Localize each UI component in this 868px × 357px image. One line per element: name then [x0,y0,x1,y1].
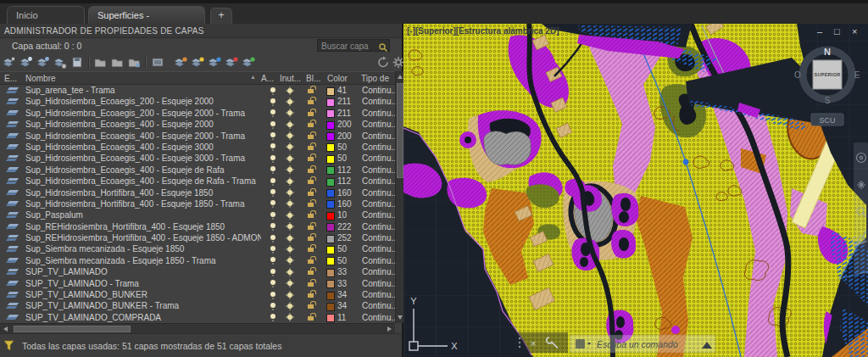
layer-linetype[interactable]: Continu... [362,153,395,164]
layer-lock-icon[interactable] [306,142,316,153]
layer-color-swatch[interactable] [326,198,334,209]
layer-lock-icon[interactable] [306,85,316,96]
layer-linetype[interactable]: Continu... [362,221,395,232]
layer-freeze-icon[interactable] [285,232,295,243]
compass-south[interactable]: S [825,96,831,105]
layer-row[interactable]: Sup_Siembra mecanizada - Esqueje 1850 - … [0,255,395,266]
layer-freeze-icon[interactable] [285,278,295,289]
drawing-viewport[interactable]: [-][Superior][Estructura alámbrica 2D] –… [403,24,868,357]
layer-color-swatch[interactable] [326,289,334,300]
layer-lock-icon[interactable] [306,108,316,119]
layer-lock-icon[interactable] [306,289,316,300]
layer-row[interactable]: Sup_Hidrosiembra_Ecoaegis_400 - Esqueje … [0,165,395,176]
layer-linetype[interactable]: Continu... [362,289,395,300]
layer-lock-icon[interactable] [306,198,316,209]
layer-freeze-icon[interactable] [285,266,295,277]
compass-north[interactable]: N [824,47,831,57]
compass-east[interactable]: E [854,70,860,80]
filter-icon[interactable] [3,339,17,352]
layer-linetype[interactable]: Continu... [362,255,395,266]
horizontal-scroll-thumb[interactable] [14,326,131,332]
layer-freeze-icon[interactable] [285,312,295,323]
layer-on-icon[interactable] [268,85,278,96]
layer-on-icon[interactable] [268,300,278,311]
layer-color-swatch[interactable] [326,255,334,266]
layer-on-icon[interactable] [268,96,278,107]
layer-lock-icon[interactable] [306,232,316,243]
layer-on-icon[interactable] [268,198,278,209]
restore-button[interactable]: □ [834,26,840,36]
new-group-filter-icon[interactable] [191,56,204,69]
layer-lock-icon[interactable] [306,187,316,198]
layer-on-icon[interactable] [268,243,278,254]
layer-linetype[interactable]: Continu... [362,96,395,107]
search-icon[interactable] [378,42,388,53]
vertical-scroll-thumb[interactable] [397,83,403,178]
layer-color-swatch[interactable] [326,187,334,198]
close-button[interactable]: × [852,26,857,36]
layer-states-icon[interactable] [127,56,141,69]
layer-status-icon[interactable] [7,221,19,232]
layer-color-swatch[interactable] [326,232,334,243]
layer-color-swatch[interactable] [326,221,334,232]
delete-layer-icon[interactable] [53,56,67,69]
layer-color-swatch[interactable] [326,153,334,164]
scroll-down-icon[interactable] [398,315,403,320]
layer-lock-icon[interactable] [306,221,316,232]
layer-color-swatch[interactable] [326,96,334,107]
layer-freeze-icon[interactable] [285,198,295,209]
layer-linetype[interactable]: Continu... [362,142,395,153]
layer-row[interactable]: Sup_Hidrosiembra_Ecoaegis_200 - Esqueje … [0,96,395,107]
layer-freeze-icon[interactable] [285,243,295,254]
layer-status-icon[interactable] [7,176,19,187]
layer-on-icon[interactable] [268,187,278,198]
layer-on-icon[interactable] [268,266,278,277]
layer-linetype[interactable]: Continu... [362,300,395,311]
layer-row[interactable]: Sup_Hidrosiembra_Ecoaegis_400 - Esqueje … [0,176,395,187]
previous-layer-icon[interactable] [110,56,124,69]
layer-status-icon[interactable] [7,131,19,142]
col-name[interactable]: Nombre [25,74,56,83]
layer-linetype[interactable]: Continu... [362,243,395,254]
delete-filter-icon[interactable] [225,56,238,69]
layer-linetype[interactable]: Continu... [362,312,395,323]
layer-row[interactable]: SUP_TV_LAMINADO_BUNKER34Continu... [0,289,395,300]
horizontal-scrollbar[interactable] [0,323,395,333]
command-grip[interactable] [519,337,520,348]
layer-linetype[interactable]: Continu... [362,232,395,243]
col-lock[interactable]: Bl... [306,74,320,83]
layer-status-icon[interactable] [7,289,19,300]
layer-color-swatch[interactable] [326,131,334,142]
layer-linetype[interactable]: Continu... [362,278,395,289]
layer-status-icon[interactable] [7,312,19,323]
layer-status-icon[interactable] [7,243,19,254]
layer-linetype[interactable]: Continu... [362,165,395,176]
command-line-bar[interactable]: × Escriba un comando [514,332,715,353]
set-current-layer-icon[interactable] [70,56,84,69]
layer-row[interactable]: Sup_Hidrosiembra_Ecoaegis_400 - Esqueje … [0,119,395,130]
layer-linetype[interactable]: Continu... [362,209,395,220]
layer-status-icon[interactable] [7,165,19,176]
layer-row[interactable]: Sup_Hidrosiembra_Hortifibra_400 - Esquej… [0,187,395,198]
layer-color-swatch[interactable] [326,142,334,153]
layer-freeze-icon[interactable] [285,176,295,187]
layer-on-icon[interactable] [268,165,278,176]
layer-color-swatch[interactable] [326,176,334,187]
layer-row[interactable]: Sup_REHidrosiembra_Hortifibra_400 - Esqu… [0,232,395,243]
layer-freeze-icon[interactable] [285,108,295,119]
layer-lock-icon[interactable] [306,153,316,164]
layer-on-icon[interactable] [268,142,278,153]
layer-freeze-icon[interactable] [285,300,295,311]
layer-row[interactable]: Sup_Hidrosiembra_Ecoaegis_400 - Esqueje … [0,131,395,142]
layer-status-icon[interactable] [7,255,19,266]
layer-row[interactable]: SUP_TV_LAMINADO_BUNKER - Trama34Continu.… [0,300,395,311]
layer-linetype[interactable]: Continu... [362,198,395,209]
layer-on-icon[interactable] [268,232,278,243]
layer-lock-icon[interactable] [306,243,316,254]
layer-row[interactable]: SUP_TV_LAMINADO - Trama33Continu... [0,278,395,289]
new-property-filter-icon[interactable] [208,56,221,69]
layer-row[interactable]: SUP_TV_LAMINADO_COMPRADA11Continu... [0,312,395,323]
viewport-controls-label[interactable]: [-][Superior][Estructura alámbrica 2D] [407,26,559,36]
scroll-left-icon[interactable] [3,326,8,332]
layer-row[interactable]: SUP_TV_LAMINADO33Continu... [0,266,395,277]
